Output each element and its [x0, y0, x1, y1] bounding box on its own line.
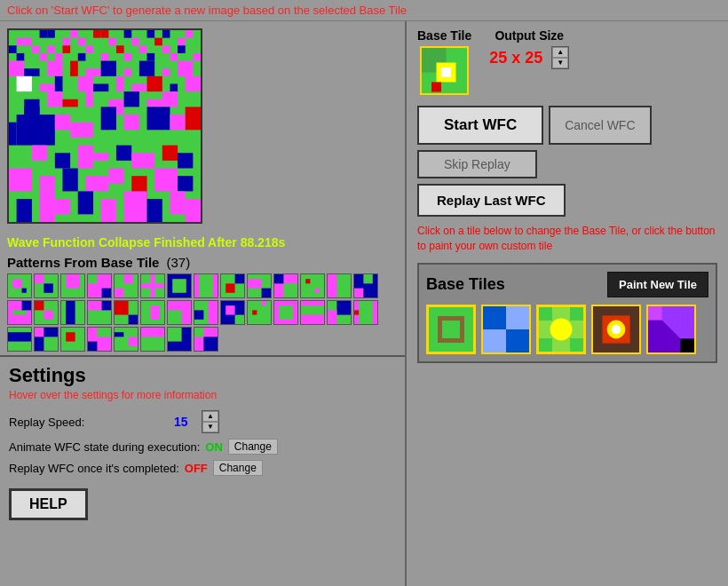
pattern-tile[interactable]: [114, 300, 138, 325]
svg-rect-190: [141, 328, 164, 337]
svg-rect-220: [648, 306, 662, 321]
base-tile-item-4[interactable]: [591, 305, 641, 354]
svg-rect-32: [162, 45, 170, 53]
svg-rect-93: [78, 191, 93, 214]
svg-rect-137: [354, 289, 363, 297]
pattern-tile[interactable]: [7, 273, 32, 298]
base-tile-item-3[interactable]: [536, 305, 586, 354]
pattern-tile[interactable]: [114, 327, 138, 352]
svg-rect-115: [150, 274, 154, 297]
svg-rect-28: [116, 45, 124, 53]
svg-rect-177: [8, 332, 31, 341]
help-button[interactable]: HELP: [9, 488, 88, 520]
settings-panel: Settings Hover over the settings for mor…: [0, 355, 405, 586]
pattern-tile[interactable]: [60, 300, 85, 325]
pattern-tile[interactable]: [327, 273, 352, 298]
svg-rect-64: [17, 115, 55, 146]
svg-rect-39: [70, 61, 78, 76]
svg-rect-36: [9, 61, 24, 76]
replay-change-button[interactable]: Change: [213, 460, 263, 476]
svg-rect-128: [283, 283, 297, 297]
svg-rect-57: [47, 91, 62, 107]
svg-rect-84: [62, 169, 77, 192]
base-tiles-section: Base Tiles Paint New Tile: [417, 263, 717, 363]
pattern-tile[interactable]: [273, 300, 298, 325]
svg-rect-180: [35, 328, 44, 337]
pattern-tile[interactable]: [273, 273, 298, 298]
output-size-spinner[interactable]: ▲ ▼: [551, 46, 569, 69]
pattern-tile[interactable]: [194, 273, 218, 298]
svg-rect-111: [123, 274, 132, 283]
svg-rect-68: [70, 123, 93, 138]
pattern-tile[interactable]: [87, 273, 112, 298]
pattern-tile[interactable]: [7, 300, 32, 325]
pattern-tile[interactable]: [167, 273, 192, 298]
pattern-tile[interactable]: [34, 327, 59, 352]
pattern-tile[interactable]: [140, 327, 165, 352]
svg-rect-18: [9, 45, 17, 53]
svg-rect-65: [24, 107, 39, 115]
svg-rect-8: [93, 30, 101, 38]
pattern-tile[interactable]: [167, 327, 192, 352]
pattern-tile[interactable]: [300, 273, 325, 298]
svg-rect-59: [85, 91, 93, 107]
base-tiles-grid: [426, 305, 708, 354]
pattern-tile[interactable]: [327, 300, 352, 325]
animate-change-button[interactable]: Change: [228, 439, 278, 455]
pattern-tile[interactable]: [60, 327, 85, 352]
svg-rect-12: [131, 38, 139, 46]
pattern-tile[interactable]: [220, 300, 245, 325]
pattern-tile[interactable]: [140, 273, 165, 298]
cancel-wfc-button[interactable]: Cancel WFC: [549, 106, 651, 145]
replay-speed-up[interactable]: ▲: [202, 411, 218, 422]
base-tile-item-2[interactable]: [481, 305, 531, 354]
svg-rect-117: [172, 279, 186, 293]
pattern-tile[interactable]: [194, 300, 218, 325]
pattern-tile[interactable]: [247, 273, 272, 298]
pattern-tile[interactable]: [300, 300, 325, 325]
pattern-tile[interactable]: [220, 273, 245, 298]
svg-rect-51: [116, 76, 124, 91]
base-tile-item-1[interactable]: [426, 305, 476, 354]
svg-rect-184: [97, 328, 111, 337]
svg-rect-104: [44, 283, 52, 292]
base-tile-item-5[interactable]: [646, 305, 696, 354]
pattern-tile[interactable]: [247, 300, 272, 325]
svg-rect-188: [115, 332, 123, 337]
start-wfc-button[interactable]: Start WFC: [417, 106, 543, 145]
replay-last-button[interactable]: Replay Last WFC: [417, 184, 566, 217]
svg-rect-200: [431, 83, 441, 92]
paint-new-tile-button[interactable]: Paint New Tile: [607, 272, 708, 297]
pattern-tile[interactable]: [167, 300, 192, 325]
svg-rect-86: [108, 169, 123, 184]
svg-rect-119: [194, 274, 199, 297]
pattern-tile[interactable]: [140, 300, 165, 325]
settings-title: Settings: [9, 364, 396, 387]
svg-rect-206: [506, 329, 529, 352]
svg-rect-129: [274, 274, 283, 283]
pattern-tile[interactable]: [34, 273, 59, 298]
svg-rect-37: [24, 68, 39, 76]
output-size-down[interactable]: ▼: [552, 58, 568, 68]
pattern-tile[interactable]: [353, 273, 378, 298]
svg-rect-25: [78, 53, 86, 61]
pattern-tile[interactable]: [87, 300, 112, 325]
pattern-tile[interactable]: [87, 327, 112, 352]
output-size-up[interactable]: ▲: [552, 47, 568, 58]
svg-rect-82: [9, 169, 32, 192]
replay-speed-spinner[interactable]: ▲ ▼: [202, 410, 219, 433]
skip-replay-button[interactable]: Skip Replay: [417, 150, 537, 178]
pattern-tile[interactable]: [353, 300, 378, 325]
svg-rect-90: [17, 199, 32, 222]
svg-rect-1: [17, 38, 25, 46]
pattern-tile[interactable]: [60, 273, 85, 298]
svg-rect-95: [124, 191, 147, 222]
pattern-tile[interactable]: [194, 327, 218, 352]
svg-rect-2: [24, 38, 32, 46]
replay-speed-down[interactable]: ▼: [202, 422, 218, 432]
svg-rect-48: [55, 76, 63, 91]
pattern-tile[interactable]: [34, 300, 59, 325]
pattern-tile[interactable]: [114, 273, 138, 298]
svg-rect-13: [147, 30, 155, 38]
pattern-tile[interactable]: [7, 327, 32, 352]
